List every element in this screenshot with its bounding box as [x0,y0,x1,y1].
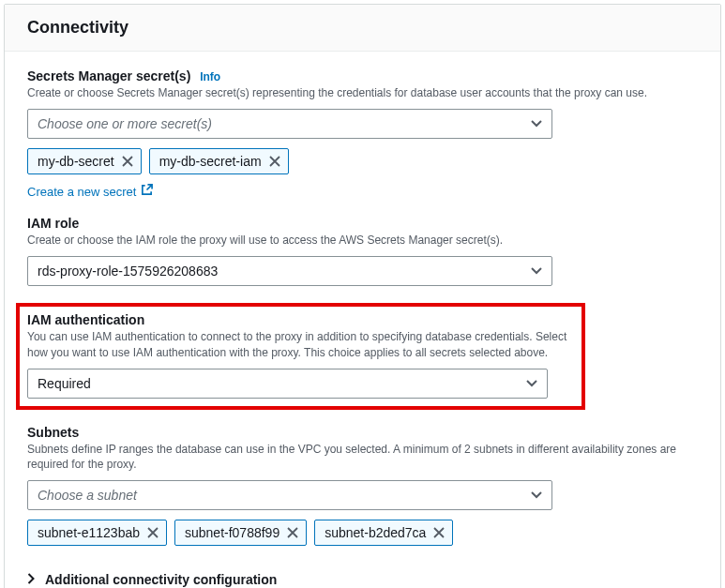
panel-header: Connectivity [5,5,720,52]
additional-config-toggle[interactable]: Additional connectivity configuration [27,563,698,587]
close-icon[interactable] [122,156,133,167]
secrets-placeholder: Choose one or more secret(s) [38,116,212,131]
subnets-desc: Subnets define IP ranges the database ca… [27,442,698,474]
iam-auth-highlight: IAM authentication You can use IAM authe… [16,303,585,410]
subnets-field: Subnets Subnets define IP ranges the dat… [27,425,698,547]
secrets-label-row: Secrets Manager secret(s) Info [27,68,698,83]
caret-down-icon [531,267,542,275]
secrets-tokens: my-db-secret my-db-secret-iam [27,148,698,174]
token-label: subnet-e1123bab [38,525,140,540]
iam-role-select[interactable]: rds-proxy-role-1575926208683 [27,256,552,286]
iam-auth-value: Required [38,376,91,391]
panel-title: Connectivity [27,18,698,38]
subnet-token: subnet-e1123bab [27,520,167,546]
secrets-select[interactable]: Choose one or more secret(s) [27,109,552,139]
connectivity-panel: Connectivity Secrets Manager secret(s) I… [4,4,721,588]
panel-body: Secrets Manager secret(s) Info Create or… [5,52,720,588]
secret-token: my-db-secret-iam [149,148,289,174]
caret-down-icon [526,380,537,387]
iam-role-label: IAM role [27,216,698,231]
token-label: subnet-b2ded7ca [325,525,426,540]
close-icon[interactable] [287,527,298,538]
create-secret-label: Create a new secret [27,185,136,199]
iam-role-value: rds-proxy-role-1575926208683 [38,264,218,279]
additional-config-label: Additional connectivity configuration [45,572,277,587]
caret-down-icon [531,120,542,128]
token-label: subnet-f0788f99 [185,525,279,540]
subnet-token: subnet-f0788f99 [174,520,307,546]
token-label: my-db-secret [38,154,114,169]
close-icon[interactable] [269,156,280,167]
close-icon[interactable] [147,527,159,538]
caret-down-icon [531,491,542,499]
token-label: my-db-secret-iam [159,154,262,169]
secrets-field: Secrets Manager secret(s) Info Create or… [27,68,698,199]
iam-role-field: IAM role Create or choose the IAM role t… [27,216,698,286]
subnets-label: Subnets [27,425,698,440]
subnets-placeholder: Choose a subnet [38,488,137,503]
secrets-desc: Create or choose Secrets Manager secret(… [27,85,698,101]
iam-auth-select[interactable]: Required [27,369,548,399]
secret-token: my-db-secret [27,148,142,174]
subnet-tokens: subnet-e1123bab subnet-f0788f99 subnet-b… [27,520,698,546]
caret-right-icon [27,572,36,587]
create-secret-row: Create a new secret [27,184,698,200]
info-link[interactable]: Info [200,70,220,83]
close-icon[interactable] [433,527,445,538]
secrets-label: Secrets Manager secret(s) [27,68,190,83]
subnet-token: subnet-b2ded7ca [314,520,453,546]
subnets-select[interactable]: Choose a subnet [27,480,552,510]
iam-auth-desc: You can use IAM authentication to connec… [27,329,574,361]
iam-auth-label: IAM authentication [27,312,574,327]
create-secret-link[interactable]: Create a new secret [27,184,153,199]
external-link-icon [141,184,153,199]
iam-role-desc: Create or choose the IAM role the proxy … [27,233,698,249]
